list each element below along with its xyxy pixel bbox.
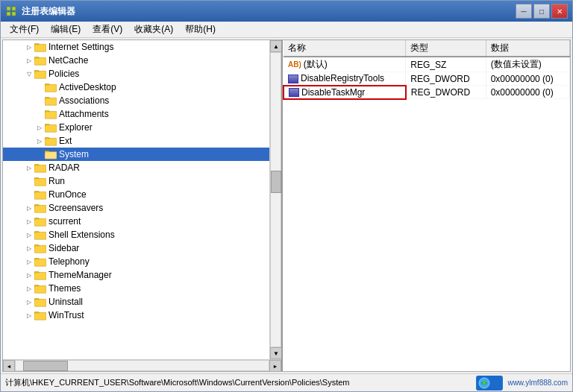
tree-node-activedesktop[interactable]: ActiveDesktop — [3, 80, 269, 94]
tree-expander-shell-extensions[interactable] — [24, 230, 34, 240]
folder-icon-explorer — [45, 121, 57, 133]
tree-expander-internet-settings[interactable] — [24, 42, 34, 52]
registry-table-scroll[interactable]: 名称 类型 数据 AB)(默认)REG_SZ(数值未设置)DisableRegi… — [283, 40, 570, 371]
tree-label-runonce: RunOnce — [48, 188, 87, 201]
folder-icon-policies — [34, 68, 46, 80]
scroll-track[interactable] — [270, 52, 281, 347]
minimize-button[interactable]: ─ — [516, 4, 532, 19]
tree-node-ext[interactable]: Ext — [3, 134, 269, 148]
tree-expander-scurrent[interactable] — [24, 216, 34, 227]
svg-rect-24 — [46, 125, 56, 131]
tree-expander-policies[interactable] — [24, 69, 34, 79]
tree-label-explorer: Explorer — [59, 121, 93, 134]
tree-expander-uninstall[interactable] — [24, 297, 34, 307]
tree-node-netcache[interactable]: NetCache — [3, 54, 269, 67]
tree-node-sidebar[interactable]: Sidebar — [3, 241, 269, 255]
scroll-down-button[interactable]: ▼ — [270, 347, 281, 359]
svg-rect-60 — [35, 286, 46, 292]
tree-main-row: Internet Settings NetCache Policies Acti… — [3, 40, 281, 359]
tree-node-policies[interactable]: Policies — [3, 67, 269, 80]
table-row-default[interactable]: AB)(默认)REG_SZ(数值未设置) — [284, 57, 570, 72]
tree-label-internet-settings: Internet Settings — [48, 40, 113, 54]
tree-hscrollbar[interactable]: ◄ ► — [3, 359, 281, 371]
tree-expander-sidebar[interactable] — [24, 243, 34, 253]
tree-expander-ext[interactable] — [34, 136, 45, 146]
tree-node-run[interactable]: Run — [3, 174, 269, 188]
tree-vscrollbar[interactable]: ▲ ▼ — [269, 40, 281, 359]
table-row-disable-registry-tools[interactable]: DisableRegistryToolsREG_DWORD0x00000000 … — [284, 72, 570, 86]
tree-node-internet-settings[interactable]: Internet Settings — [3, 40, 269, 54]
tree-node-attachments[interactable]: Attachments — [3, 107, 269, 121]
svg-rect-33 — [35, 165, 46, 171]
tree-label-policies: Policies — [48, 67, 79, 80]
tree-node-runonce[interactable]: RunOnce — [3, 188, 269, 201]
tree-expander-telephony[interactable] — [24, 256, 34, 267]
menu-view[interactable]: 查看(V) — [87, 22, 128, 37]
cell-data-disable-task-mgr: 0x00000000 (0) — [486, 86, 569, 99]
tree-expander-netcache[interactable] — [24, 55, 34, 66]
col-type: 类型 — [406, 40, 486, 57]
svg-rect-57 — [35, 273, 46, 279]
cell-type-default: REG_SZ — [406, 57, 486, 72]
tree-node-wintrust[interactable]: WinTrust — [3, 309, 269, 322]
svg-rect-6 — [35, 45, 46, 51]
scroll-up-button[interactable]: ▲ — [270, 40, 281, 52]
menu-favorites[interactable]: 收藏夹(A) — [128, 22, 179, 37]
tree-node-system[interactable]: System — [3, 148, 269, 161]
svg-rect-12 — [35, 72, 46, 78]
tree-expander-thememanager[interactable] — [24, 270, 34, 280]
tree-expander-radar[interactable] — [24, 162, 34, 173]
tree-node-uninstall[interactable]: Uninstall — [3, 295, 269, 309]
folder-icon-themes — [34, 282, 46, 294]
tree-label-telephony: Telephony — [48, 255, 90, 268]
folder-icon-internet-settings — [34, 41, 46, 53]
menu-edit[interactable]: 编辑(E) — [45, 22, 87, 37]
registry-editor-window: 注册表编辑器 ─ □ ✕ 文件(F) 编辑(E) 查看(V) 收藏夹(A) 帮助… — [0, 0, 573, 392]
tree-expander-explorer[interactable] — [34, 122, 45, 133]
folder-icon-thememanager — [34, 269, 46, 281]
tree-label-run: Run — [48, 174, 65, 188]
scroll-thumb[interactable] — [271, 171, 281, 193]
tree-label-netcache: NetCache — [48, 54, 88, 67]
tree-node-themes[interactable]: Themes — [3, 282, 269, 295]
svg-rect-0 — [7, 7, 10, 10]
tree-node-radar[interactable]: RADAR — [3, 161, 269, 174]
menu-help[interactable]: 帮助(H) — [179, 22, 222, 37]
tree-node-explorer[interactable]: Explorer — [3, 121, 269, 134]
tree-label-radar: RADAR — [48, 161, 80, 174]
hscroll-left-button[interactable]: ◄ — [3, 360, 15, 372]
tree-label-themes: Themes — [48, 282, 81, 295]
tree-label-system: System — [59, 148, 89, 161]
tree-label-shell-extensions: Shell Extensions — [48, 228, 115, 241]
svg-rect-54 — [35, 259, 46, 265]
tree-label-sidebar: Sidebar — [48, 241, 79, 255]
app-icon — [5, 5, 17, 17]
svg-rect-21 — [46, 112, 56, 118]
tree-node-thememanager[interactable]: ThemeManager — [3, 268, 269, 282]
tree-node-screensavers[interactable]: Screensavers — [3, 201, 269, 215]
hscroll-thumb[interactable] — [23, 361, 68, 371]
tree-node-shell-extensions[interactable]: Shell Extensions — [3, 228, 269, 241]
svg-rect-30 — [46, 152, 56, 158]
hscroll-track[interactable] — [15, 360, 269, 371]
tree-label-screensavers: Screensavers — [48, 201, 103, 215]
tree-expander-screensavers[interactable] — [24, 203, 34, 213]
status-bar: 计算机\HKEY_CURRENT_USER\Software\Microsoft… — [1, 373, 572, 391]
tree-node-telephony[interactable]: Telephony — [3, 255, 269, 268]
tree-node-scurrent[interactable]: scurrent — [3, 215, 269, 228]
svg-rect-39 — [35, 192, 46, 198]
folder-icon-activedesktop — [45, 81, 57, 93]
col-data: 数据 — [486, 40, 569, 57]
menu-file[interactable]: 文件(F) — [4, 22, 45, 37]
table-row-disable-task-mgr[interactable]: DisableTaskMgrREG_DWORD0x00000000 (0) — [284, 86, 570, 99]
hscroll-right-button[interactable]: ► — [269, 360, 281, 372]
close-button[interactable]: ✕ — [551, 4, 568, 19]
tree-expander-wintrust[interactable] — [24, 310, 34, 320]
maximize-button[interactable]: □ — [533, 4, 550, 19]
tree-panel[interactable]: Internet Settings NetCache Policies Acti… — [3, 40, 269, 359]
tree-label-associations: Associations — [59, 94, 109, 107]
tree-node-associations[interactable]: Associations — [3, 94, 269, 107]
tree-expander-themes[interactable] — [24, 283, 34, 294]
menu-bar: 文件(F) 编辑(E) 查看(V) 收藏夹(A) 帮助(H) — [1, 22, 572, 38]
cell-data-disable-registry-tools: 0x00000000 (0) — [486, 72, 569, 86]
